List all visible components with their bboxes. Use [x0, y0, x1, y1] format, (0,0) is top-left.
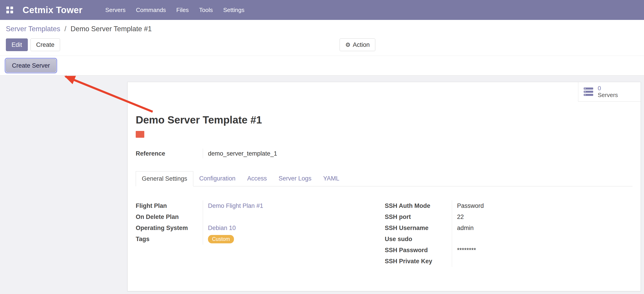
- field-value-text: 22: [457, 214, 464, 220]
- field-row-tags: Tags Custom: [136, 234, 385, 245]
- field-label: Use sudo: [385, 234, 452, 245]
- servers-icon: [584, 87, 594, 96]
- field-row-on-delete-plan: On Delete Plan: [136, 211, 385, 223]
- field-label: SSH Auth Mode: [385, 200, 452, 211]
- tab-server-logs[interactable]: Server Logs: [273, 171, 318, 186]
- field-row-ssh-username: SSH Username admin: [385, 223, 632, 234]
- tab-general-settings[interactable]: General Settings: [136, 171, 193, 186]
- field-label: Tags: [136, 234, 203, 245]
- field-label: SSH Username: [385, 223, 452, 234]
- field-value: [452, 234, 632, 245]
- reference-row: Reference demo_server_template_1: [136, 149, 632, 159]
- action-button-label: Action: [353, 41, 370, 48]
- tab-access[interactable]: Access: [242, 171, 273, 186]
- field-value-text: Password: [457, 202, 484, 209]
- field-value: [203, 211, 385, 223]
- app-title[interactable]: Cetmix Tower: [22, 5, 82, 15]
- field-row-flight-plan: Flight Plan Demo Flight Plan #1: [136, 200, 385, 211]
- field-row-ssh-password: SSH Password ********: [385, 245, 632, 256]
- field-value: admin: [452, 223, 632, 234]
- tag-custom: Custom: [208, 235, 234, 244]
- flight-plan-link[interactable]: Demo Flight Plan #1: [208, 202, 263, 209]
- field-label: SSH port: [385, 211, 452, 223]
- field-row-operating-system: Operating System Debian 10: [136, 223, 385, 234]
- action-button[interactable]: ⚙ Action: [340, 39, 375, 51]
- gear-icon: ⚙: [345, 42, 350, 48]
- color-swatch: [136, 131, 144, 138]
- field-label: On Delete Plan: [136, 211, 203, 223]
- servers-count: 0: [598, 85, 618, 92]
- servers-label: Servers: [598, 92, 618, 99]
- field-value-text: ********: [457, 247, 476, 254]
- edit-button[interactable]: Edit: [6, 39, 28, 51]
- breadcrumb-parent-link[interactable]: Server Templates: [6, 25, 60, 33]
- menu-item-servers[interactable]: Servers: [100, 0, 131, 20]
- content-area: 0 Servers Demo Server Template #1 Refere…: [0, 76, 644, 291]
- menu-item-files[interactable]: Files: [171, 0, 194, 20]
- field-row-use-sudo: Use sudo: [385, 234, 632, 245]
- field-value: Custom: [203, 234, 385, 245]
- right-field-group: SSH Auth Mode Password SSH port 22: [385, 200, 632, 267]
- field-groups: Flight Plan Demo Flight Plan #1 On Delet…: [136, 200, 632, 267]
- field-label: SSH Password: [385, 245, 452, 256]
- servers-stat-button[interactable]: 0 Servers: [578, 82, 640, 101]
- reference-label: Reference: [136, 149, 203, 159]
- breadcrumb: Server Templates / Demo Server Template …: [6, 25, 638, 33]
- tab-yaml[interactable]: YAML: [317, 171, 345, 186]
- statusbar: Create Server: [0, 56, 644, 76]
- field-label: SSH Private Key: [385, 256, 452, 267]
- left-field-group: Flight Plan Demo Flight Plan #1 On Delet…: [136, 200, 385, 267]
- sheet-body: Demo Server Template #1 Reference demo_s…: [128, 82, 640, 267]
- field-value-text: admin: [457, 225, 474, 232]
- field-label: Operating System: [136, 223, 203, 234]
- notebook-tabs: General Settings Configuration Access Se…: [136, 171, 632, 186]
- menu-item-settings[interactable]: Settings: [218, 0, 250, 20]
- field-value: ********: [452, 245, 632, 256]
- form-sheet: 0 Servers Demo Server Template #1 Refere…: [127, 82, 641, 291]
- apps-menu-icon[interactable]: [6, 7, 13, 13]
- field-row-ssh-private-key: SSH Private Key: [385, 256, 632, 267]
- control-panel: Server Templates / Demo Server Template …: [0, 20, 644, 56]
- servers-stat-text: 0 Servers: [598, 85, 618, 99]
- top-navbar: Cetmix Tower Servers Commands Files Tool…: [0, 0, 644, 20]
- breadcrumb-separator: /: [64, 25, 66, 33]
- page: Cetmix Tower Servers Commands Files Tool…: [0, 0, 644, 291]
- menu-item-commands[interactable]: Commands: [131, 0, 171, 20]
- reference-value-text: demo_server_template_1: [208, 150, 277, 157]
- button-row: Edit Create ⚙ Action: [6, 39, 638, 51]
- main-menu: Servers Commands Files Tools Settings: [100, 0, 250, 20]
- menu-item-tools[interactable]: Tools: [194, 0, 218, 20]
- field-row-ssh-port: SSH port 22: [385, 211, 632, 223]
- field-value: Demo Flight Plan #1: [203, 200, 385, 211]
- field-label: Flight Plan: [136, 200, 203, 211]
- record-title: Demo Server Template #1: [136, 114, 632, 126]
- reference-value: demo_server_template_1: [203, 149, 632, 159]
- field-row-ssh-auth-mode: SSH Auth Mode Password: [385, 200, 632, 211]
- breadcrumb-current: Demo Server Template #1: [71, 25, 152, 33]
- field-value: Debian 10: [203, 223, 385, 234]
- field-value: Password: [452, 200, 632, 211]
- create-button[interactable]: Create: [30, 39, 60, 51]
- tab-configuration[interactable]: Configuration: [193, 171, 242, 186]
- field-value: [452, 256, 632, 267]
- field-value: 22: [452, 211, 632, 223]
- create-server-button[interactable]: Create Server: [6, 59, 56, 72]
- operating-system-link[interactable]: Debian 10: [208, 225, 236, 232]
